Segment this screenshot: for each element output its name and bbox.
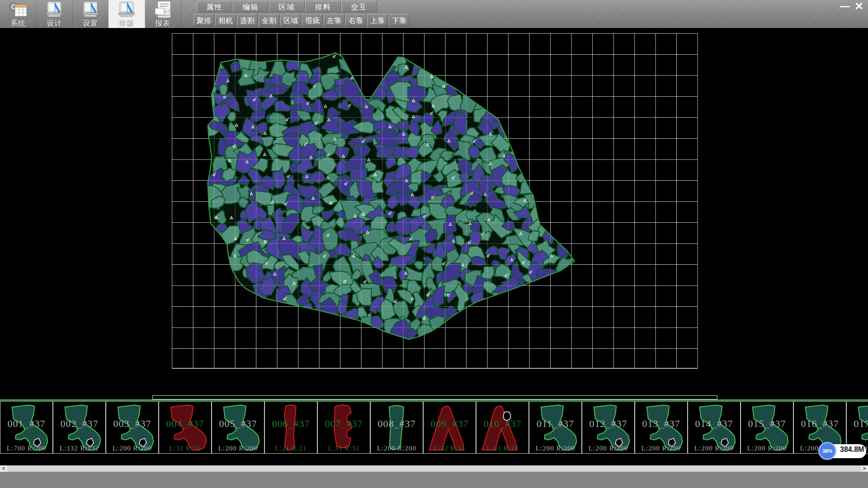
tool-camera[interactable]: 相机 [215,14,236,26]
piece-shape [531,403,580,452]
piece-shape [584,403,633,452]
app-tab-system[interactable]: 系统 [0,0,37,28]
app-tab-nesting[interactable]: 排版 [108,0,145,28]
app-tab-label: 报表 [155,19,170,28]
menu-tab-interaction[interactable]: 交互 [341,1,377,12]
toolbar: 系统 设计 [0,0,868,28]
app-tab-report[interactable]: 报表 [145,0,181,28]
piece-shape [373,403,421,452]
menu-tab-region[interactable]: 区域 [269,1,305,12]
progress-circle: 38% [818,442,836,460]
canvas-scrollbar[interactable] [152,395,717,399]
thumbnail-cell[interactable]: 004_#37 L:31 R:31 [159,401,212,454]
progress-percent: 38% [822,448,832,454]
tool-align-bottom[interactable]: 下靠 [389,14,410,26]
thumbnail-cell[interactable]: 005_#37 L:200 R:200 [212,401,264,454]
nesting-icon [116,1,137,19]
piece-thumbnail-strip: 001_#37 L:700 R:700 002_#37 L:132 R:132 … [0,401,868,454]
piece-shape [743,403,792,452]
thumbnail-cell[interactable]: 007_#37 L:31 R:31 [317,401,370,454]
thumbnail-cell[interactable]: 014_#37 L:200 R:200 [688,401,741,454]
piece-shape [320,403,368,452]
piece-shape [478,403,527,452]
minimize-button[interactable]: — [838,1,852,11]
piece-shape [161,403,210,452]
piece-shape [637,403,686,452]
thumbnail-cell[interactable]: 003_#37 L:200 R:200 [106,401,159,454]
app-tab-label: 设计 [47,19,62,28]
app-tab-settings[interactable]: 设置 [72,0,109,28]
app-tab-label: 排版 [119,19,134,28]
thumbnail-cell[interactable]: 006_#37 L:21 R:21 [264,401,317,454]
piece-shape [690,403,739,452]
menu-tab-properties[interactable]: 属性 [197,1,232,12]
window-controls: — ✕ [838,0,866,13]
piece-shape [55,403,104,452]
tool-align-top[interactable]: 上靠 [367,14,388,26]
thumbnail-cell[interactable]: 010_#37 L:33 R:33 [476,401,529,454]
scroll-left-arrow[interactable]: < [0,465,7,472]
piece-shape [425,403,474,452]
piece-shape [108,403,157,452]
status-bar [0,472,868,488]
thumbnail-cell[interactable]: 008_#37 L:200 R:200 [370,401,423,454]
tool-align-right[interactable]: 右靠 [345,14,366,26]
report-icon [152,1,173,19]
app-tab-design[interactable]: 设计 [36,0,73,28]
piece-shape [214,403,263,452]
close-button[interactable]: ✕ [852,1,866,12]
menu-tab-nesting[interactable]: 排料 [305,1,341,12]
horizontal-scrollbar[interactable]: < > [0,465,868,472]
design-icon [44,1,65,19]
memory-usage: 384.8M [840,446,864,454]
system-icon [8,1,28,19]
thumbnail-cell[interactable]: 011_#37 L:200 R:200 [529,401,582,454]
app-tab-label: 设置 [83,19,98,28]
tool-cut-all[interactable]: 全割 [259,14,279,26]
tool-defect[interactable]: 瑕疵 [302,14,323,26]
piece-shape [2,403,51,452]
app-window: 系统 设计 [0,0,868,488]
tool-cut-selected[interactable]: 选割 [237,14,258,26]
thumbnail-cell[interactable]: 013_#37 L:200 R:200 [635,401,688,454]
thumbnail-cell[interactable]: 012_#37 L:200 R:200 [582,401,635,454]
thumbnail-cell[interactable]: 001_#37 L:700 R:700 [0,401,53,454]
app-tab-label: 系统 [10,19,26,28]
nesting-canvas[interactable] [0,28,868,399]
tool-align-left[interactable]: 左靠 [324,14,344,26]
piece-shape [267,403,316,452]
tool-cluster-nest[interactable]: 聚排 [193,14,214,26]
settings-icon [80,1,101,19]
scroll-right-arrow[interactable]: > [861,465,868,472]
thumbnail-cell[interactable]: 002_#37 L:132 R:132 [53,401,106,454]
menu-tab-edit[interactable]: 编辑 [233,1,269,12]
thumbnail-cell[interactable]: 009_#37 L:32 R:31 [423,401,476,454]
thumbnail-cell[interactable]: 015_#37 L:200 R:200 [741,401,793,454]
tool-region[interactable]: 区域 [280,14,301,26]
canvas-area [0,28,868,399]
